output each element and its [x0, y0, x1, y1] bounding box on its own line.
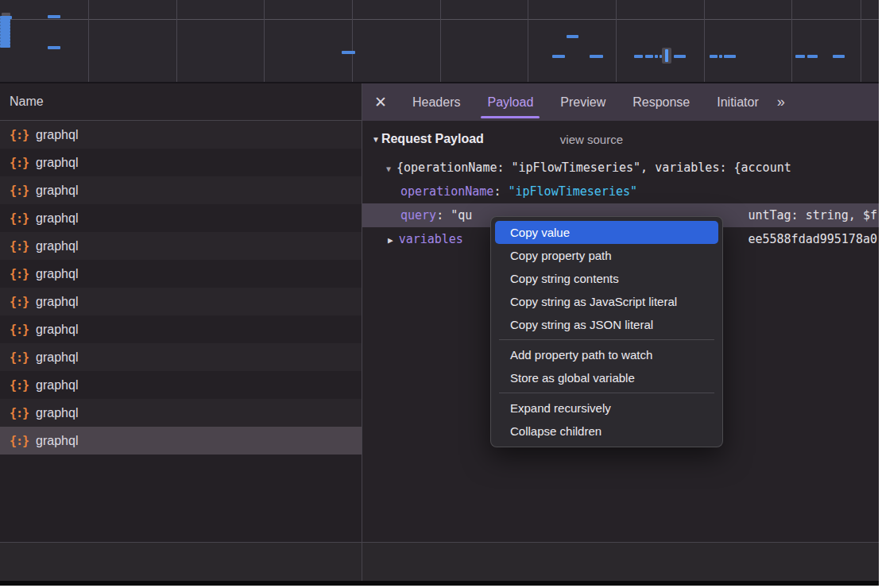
name-column-header[interactable]: Name — [0, 83, 362, 121]
menu-separator — [499, 339, 714, 340]
json-request-icon: {:} — [10, 211, 29, 226]
request-row[interactable]: {:}graphql — [0, 260, 362, 288]
menu-item-copy-property-path[interactable]: Copy property path — [491, 244, 722, 267]
overview-gridline — [176, 0, 177, 82]
request-row[interactable]: {:}graphql — [0, 315, 362, 343]
tab-initiator[interactable]: Initiator — [712, 83, 763, 121]
overview-selected-request-tick — [665, 49, 668, 62]
menu-item-expand-recursively[interactable]: Expand recursively — [491, 397, 722, 420]
tab-response[interactable]: Response — [628, 83, 694, 121]
detail-tab-bar: ✕ HeadersPayloadPreviewResponseInitiator… — [362, 83, 879, 121]
json-request-icon: {:} — [10, 350, 29, 365]
request-row[interactable]: {:}graphql — [0, 371, 362, 399]
overview-gridline — [861, 0, 861, 82]
menu-item-copy-string-as-json-literal[interactable]: Copy string as JSON literal — [491, 313, 722, 336]
request-timing-bar[interactable] — [634, 55, 643, 58]
request-timing-bar[interactable] — [590, 55, 603, 58]
request-name-label: graphql — [36, 350, 78, 365]
menu-item-store-as-global-variable[interactable]: Store as global variable — [491, 366, 722, 389]
overview-horizontal-gridline — [0, 19, 879, 20]
overview-gridline — [264, 0, 265, 82]
close-icon[interactable]: ✕ — [362, 93, 399, 111]
request-timing-bar[interactable] — [795, 55, 805, 58]
request-row[interactable]: {:}graphql — [0, 427, 362, 455]
expand-triangle-icon[interactable]: ▼ — [386, 164, 391, 173]
menu-item-copy-string-contents[interactable]: Copy string contents — [491, 267, 722, 290]
request-name-label: graphql — [36, 128, 78, 142]
request-timing-bar[interactable] — [833, 55, 845, 58]
overview-gridline — [440, 0, 441, 82]
request-name-label: graphql — [36, 267, 78, 281]
json-request-icon: {:} — [10, 128, 29, 142]
overview-gridline — [704, 0, 705, 82]
devtools-network-panel: Name {:}graphql{:}graphql{:}graphql{:}gr… — [0, 0, 879, 586]
request-name-label: graphql — [36, 156, 78, 170]
network-overview-timeline[interactable] — [0, 0, 879, 83]
request-name-label: graphql — [36, 211, 78, 226]
payload-operationname-row[interactable]: operationName: "ipFlowTimeseries" — [362, 180, 879, 203]
request-row[interactable]: {:}graphql — [0, 343, 362, 371]
request-name-label: graphql — [36, 323, 78, 337]
network-summary-bar — [0, 542, 879, 582]
pane-split-divider[interactable] — [362, 83, 362, 581]
request-timing-bar[interactable] — [655, 55, 658, 58]
request-row[interactable]: {:}graphql — [0, 399, 362, 427]
request-timing-bar[interactable] — [674, 55, 686, 58]
json-request-icon: {:} — [10, 156, 29, 170]
query-value-fragment: untTag: string, $f — [748, 203, 877, 227]
window-bottom-edge — [0, 581, 879, 586]
request-row[interactable]: {:}graphql — [0, 204, 362, 232]
json-request-icon: {:} — [10, 406, 29, 420]
tab-payload[interactable]: Payload — [482, 83, 538, 121]
request-timing-bar[interactable] — [645, 55, 653, 58]
overview-gridline — [528, 0, 528, 82]
payload-root-row[interactable]: ▼{operationName: "ipFlowTimeseries", var… — [362, 156, 879, 180]
menu-item-collapse-children[interactable]: Collapse children — [491, 420, 722, 443]
variables-value-fragment: ee5588fdad995178a0 — [748, 227, 877, 251]
request-name-label: graphql — [36, 295, 78, 309]
json-request-icon: {:} — [10, 267, 29, 281]
json-request-icon: {:} — [10, 239, 29, 253]
request-payload-title: Request Payload — [381, 132, 484, 146]
json-request-icon: {:} — [10, 378, 29, 393]
request-row[interactable]: {:}graphql — [0, 121, 362, 149]
overview-gridline — [616, 0, 617, 82]
request-timing-bar[interactable] — [724, 55, 736, 58]
overview-selected-request-marker[interactable] — [662, 48, 671, 64]
menu-item-add-property-path-to-watch[interactable]: Add property path to watch — [491, 343, 722, 366]
menu-item-copy-string-as-javascript-literal[interactable]: Copy string as JavaScript literal — [491, 290, 722, 313]
json-request-icon: {:} — [10, 434, 29, 448]
request-row[interactable]: {:}graphql — [0, 288, 362, 315]
overview-gridline — [791, 0, 792, 82]
request-timing-bar[interactable] — [710, 55, 718, 58]
menu-separator — [499, 393, 714, 393]
more-tabs-icon[interactable]: » — [777, 94, 783, 110]
request-name-label: graphql — [36, 184, 78, 198]
context-menu: Copy valueCopy property pathCopy string … — [490, 216, 723, 447]
request-timing-bar[interactable] — [567, 35, 578, 38]
request-timing-bar[interactable] — [0, 44, 10, 48]
request-row[interactable]: {:}graphql — [0, 176, 362, 204]
request-timing-bar[interactable] — [807, 55, 818, 58]
collapse-triangle-icon[interactable]: ▼ — [372, 135, 380, 144]
request-timing-bar[interactable] — [48, 46, 60, 49]
request-name-label: graphql — [36, 434, 78, 448]
request-row[interactable]: {:}graphql — [0, 149, 362, 176]
request-timing-bar[interactable] — [48, 15, 60, 18]
overview-gridline — [88, 0, 89, 82]
request-name-label: graphql — [36, 378, 78, 393]
request-timing-bar[interactable] — [552, 55, 565, 58]
tab-preview[interactable]: Preview — [555, 83, 610, 121]
view-source-link[interactable]: view source — [560, 133, 623, 146]
json-request-icon: {:} — [10, 184, 29, 198]
request-timing-bar[interactable] — [342, 51, 355, 54]
json-request-icon: {:} — [10, 295, 29, 309]
tab-headers[interactable]: Headers — [408, 83, 465, 121]
expand-triangle-icon[interactable]: ▶ — [388, 235, 393, 246]
request-name-label: graphql — [36, 406, 78, 420]
request-timing-bar[interactable] — [719, 55, 722, 58]
request-name-label: graphql — [36, 239, 78, 253]
json-request-icon: {:} — [10, 323, 29, 337]
request-row[interactable]: {:}graphql — [0, 232, 362, 260]
menu-item-copy-value[interactable]: Copy value — [495, 221, 718, 244]
